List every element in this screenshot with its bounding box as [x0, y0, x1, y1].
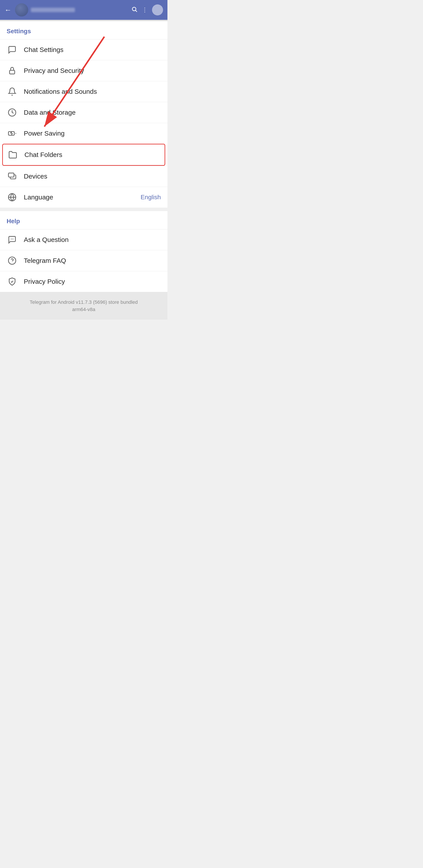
section-divider	[0, 208, 167, 211]
user-name-blurred	[31, 8, 75, 12]
menu-item-telegram-faq[interactable]: Telegram FAQ	[0, 250, 167, 271]
clock-icon	[7, 107, 18, 118]
notifications-label: Notifications and Sounds	[24, 88, 161, 95]
menu-item-privacy-security[interactable]: Privacy and Security	[0, 60, 167, 81]
avatar	[15, 3, 28, 17]
app-footer: Telegram for Android v11.7.3 (5696) stor…	[0, 292, 167, 320]
menu-item-language[interactable]: Language English	[0, 187, 167, 208]
battery-icon	[7, 128, 18, 139]
devices-label: Devices	[24, 173, 161, 180]
svg-point-15	[13, 239, 13, 239]
svg-rect-2	[9, 70, 15, 74]
header-icons: ⋮	[131, 4, 163, 16]
menu-item-chat-settings[interactable]: Chat Settings	[0, 39, 167, 60]
privacy-policy-label: Privacy Policy	[24, 278, 161, 285]
footer-text: Telegram for Android v11.7.3 (5696) stor…	[30, 300, 138, 312]
shield-check-icon	[7, 276, 18, 287]
chat-icon	[7, 44, 18, 55]
svg-line-1	[136, 10, 137, 12]
menu-item-notifications[interactable]: Notifications and Sounds	[0, 81, 167, 102]
search-icon[interactable]	[131, 6, 138, 14]
svg-point-0	[133, 7, 136, 10]
language-label: Language	[24, 193, 141, 201]
chat-folders-label: Chat Folders	[24, 151, 160, 158]
globe-icon	[7, 192, 18, 203]
menu-item-privacy-policy[interactable]: Privacy Policy	[0, 271, 167, 292]
back-button[interactable]: ←	[4, 6, 11, 14]
lock-icon	[7, 65, 18, 76]
settings-section: Settings Chat Settings Privacy and Secur…	[0, 21, 167, 208]
svg-rect-10	[8, 173, 14, 177]
chat-settings-label: Chat Settings	[24, 46, 161, 54]
ask-question-label: Ask a Question	[24, 236, 161, 244]
folder-icon	[7, 149, 18, 160]
power-saving-label: Power Saving	[24, 130, 161, 137]
menu-item-data-storage[interactable]: Data and Storage	[0, 102, 167, 123]
language-value: English	[141, 194, 161, 201]
app-header: ← ⋮	[0, 0, 167, 20]
help-label: Help	[0, 211, 167, 229]
profile-circle[interactable]	[152, 4, 163, 16]
help-section: Help Ask a Question	[0, 211, 167, 292]
message-dots-icon	[7, 234, 18, 245]
menu-item-power-saving[interactable]: Power Saving	[0, 123, 167, 144]
bell-icon	[7, 86, 18, 97]
data-storage-label: Data and Storage	[24, 109, 161, 116]
menu-item-chat-folders[interactable]: Chat Folders	[2, 144, 165, 166]
menu-item-devices[interactable]: Devices	[0, 166, 167, 187]
svg-point-13	[10, 239, 11, 239]
faq-label: Telegram FAQ	[24, 257, 161, 265]
svg-point-14	[12, 239, 12, 239]
devices-icon	[7, 171, 18, 182]
privacy-security-label: Privacy and Security	[24, 67, 161, 74]
more-options-icon[interactable]: ⋮	[142, 7, 148, 13]
settings-label: Settings	[0, 21, 167, 39]
question-circle-icon	[7, 255, 18, 266]
menu-item-ask-question[interactable]: Ask a Question	[0, 229, 167, 250]
